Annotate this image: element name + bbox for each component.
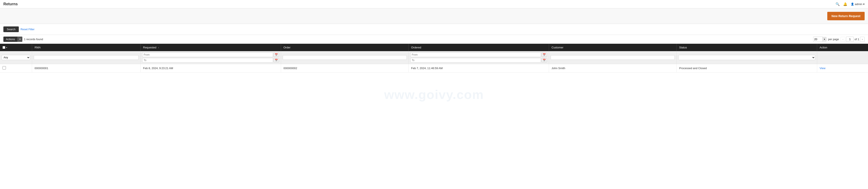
pagination-wrap: ‹ of 1 › xyxy=(841,36,865,42)
table-row: 000000001 Feb 8, 2024, 9:23:21 AM 000000… xyxy=(0,64,868,73)
user-dropdown-icon: ▾ xyxy=(863,3,865,6)
per-page-dropdown-button[interactable]: ▾ xyxy=(823,37,827,42)
filter-cell-action xyxy=(817,51,868,64)
pagination-current-page[interactable] xyxy=(846,36,854,42)
cell-rma-0: 000000001 xyxy=(32,64,140,73)
filter-requested-to-cal[interactable]: 📅 xyxy=(273,58,279,62)
filter-ordered-to-input[interactable] xyxy=(410,58,541,62)
cell-status-0: Processed and Closed xyxy=(677,64,817,73)
cell-requested-0: Feb 8, 2024, 9:23:21 AM xyxy=(141,64,281,73)
cell-order-0: 000000002 xyxy=(281,64,408,73)
pagination-next-button[interactable]: › xyxy=(860,37,865,42)
filter-ordered-from-input[interactable] xyxy=(410,52,541,57)
select-all-checkbox[interactable] xyxy=(3,46,5,49)
table-controls: Actions ▾ 1 records found ▾ per page ‹ o… xyxy=(0,35,868,44)
filter-cell-order xyxy=(281,51,408,64)
bell-icon[interactable]: 🔔 xyxy=(843,2,847,6)
view-link-0[interactable]: View xyxy=(820,66,826,70)
cell-checkbox-0 xyxy=(0,64,32,73)
user-label: admin xyxy=(855,3,862,6)
search-icon[interactable]: 🔍 xyxy=(836,2,840,6)
actions-button[interactable]: Actions xyxy=(3,36,18,42)
filter-requested-from-input[interactable] xyxy=(142,52,273,57)
actions-btn-group: Actions ▾ xyxy=(3,36,22,42)
col-header-action: Action xyxy=(817,44,868,51)
filter-cell-requested: 📅 📅 xyxy=(141,51,281,64)
sort-arrow-requested: ↑ xyxy=(158,47,159,49)
header: Returns 🔍 🔔 👤 admin ▾ xyxy=(0,0,868,8)
filter-cell-ordered: 📅 📅 xyxy=(408,51,549,64)
actions-dropdown-button[interactable]: ▾ xyxy=(18,36,22,42)
filter-ordered-from-cal[interactable]: 📅 xyxy=(541,53,547,57)
toolbar: New Return Request xyxy=(0,8,868,24)
filter-cell-rma xyxy=(32,51,140,64)
col-header-ordered: Ordered xyxy=(408,44,549,51)
row-checkbox-0[interactable] xyxy=(3,66,6,70)
table-controls-right: ▾ per page ‹ of 1 › xyxy=(813,36,865,42)
user-icon: 👤 xyxy=(851,3,854,6)
per-page-select-wrap: ▾ xyxy=(813,36,827,42)
search-bar: Search Reset Filter xyxy=(0,24,868,35)
col-header-customer: Customer xyxy=(549,44,677,51)
pagination-prev-button[interactable]: ‹ xyxy=(841,37,845,42)
filter-rma-input[interactable] xyxy=(34,55,138,60)
new-return-button[interactable]: New Return Request xyxy=(827,12,865,20)
page-title: Returns xyxy=(3,2,18,6)
filter-cell-status: Processed and Closed Pending Approved xyxy=(677,51,817,64)
per-page-input[interactable] xyxy=(813,36,823,42)
filter-status-select[interactable]: Processed and Closed Pending Approved xyxy=(678,55,815,60)
filter-row: Any Yes No 📅 📅 xyxy=(0,51,868,64)
reset-filter-link[interactable]: Reset Filter xyxy=(21,28,34,31)
cell-ordered-0: Feb 7, 2024, 11:46:59 AM xyxy=(408,64,549,73)
filter-customer-input[interactable] xyxy=(551,55,675,60)
filter-requested-from-cal[interactable]: 📅 xyxy=(273,53,279,57)
filter-cell-checkbox: Any Yes No xyxy=(0,51,32,64)
per-page-label: per page xyxy=(828,37,839,41)
filter-requested-to-input[interactable] xyxy=(142,58,273,62)
cell-customer-0: John Smith xyxy=(549,64,677,73)
col-header-checkbox: ▾ xyxy=(0,44,32,51)
col-header-requested[interactable]: Requested ↑ xyxy=(141,44,281,51)
filter-ordered-to-cal[interactable]: 📅 xyxy=(541,58,547,62)
header-actions: 🔍 🔔 👤 admin ▾ xyxy=(836,2,865,6)
col-header-order: Order xyxy=(281,44,408,51)
data-table: ▾ RMA Requested ↑ Order Ordered Customer… xyxy=(0,44,868,73)
filter-any-select[interactable]: Any Yes No xyxy=(2,55,30,60)
filter-order-input[interactable] xyxy=(283,55,407,60)
col-header-status: Status xyxy=(677,44,817,51)
user-menu[interactable]: 👤 admin ▾ xyxy=(851,3,865,6)
records-found: 1 records found xyxy=(24,37,43,41)
cell-action-0: View xyxy=(817,64,868,73)
pagination-of-label: of 1 xyxy=(855,37,859,41)
col-header-rma: RMA xyxy=(32,44,140,51)
checkbox-dropdown-icon[interactable]: ▾ xyxy=(6,46,7,49)
search-button[interactable]: Search xyxy=(3,26,19,32)
filter-cell-customer xyxy=(549,51,677,64)
table-controls-left: Actions ▾ 1 records found xyxy=(3,36,43,42)
table-header-row: ▾ RMA Requested ↑ Order Ordered Customer… xyxy=(0,44,868,51)
